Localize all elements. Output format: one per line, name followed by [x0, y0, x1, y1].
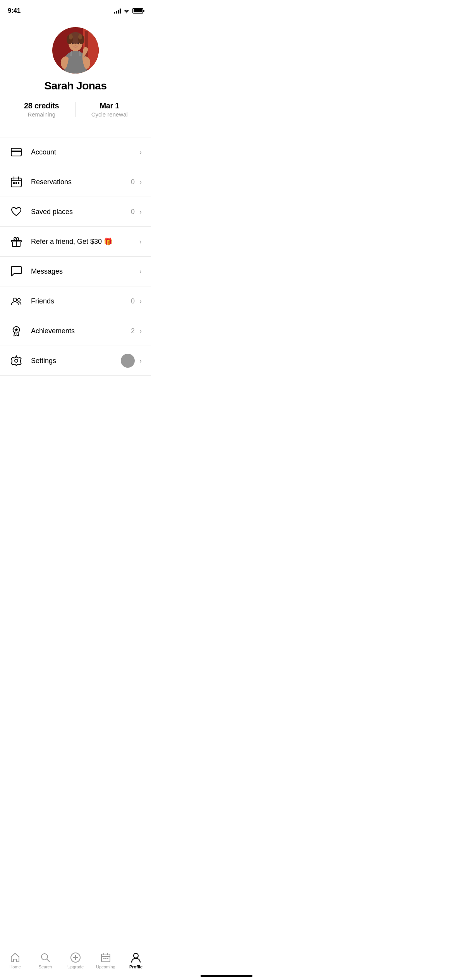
status-icons: [114, 8, 143, 14]
menu-achievements-label: Achievements: [31, 327, 129, 335]
settings-indicator: [121, 354, 135, 368]
renewal-date: Mar 1: [100, 101, 119, 110]
friends-badge: 0: [131, 297, 135, 305]
chevron-right-icon: ›: [139, 208, 142, 216]
svg-rect-15: [11, 151, 21, 152]
chevron-right-icon: ›: [139, 238, 142, 246]
chevron-right-icon: ›: [139, 357, 142, 365]
calendar-icon: [9, 175, 23, 189]
svg-rect-20: [13, 182, 15, 184]
svg-point-12: [77, 43, 79, 45]
menu-item-reservations[interactable]: Reservations 0 ›: [0, 167, 151, 197]
menu-item-refer[interactable]: Refer a friend, Get $30 🎁 ›: [0, 227, 151, 257]
heart-icon: [9, 205, 23, 219]
gift-icon: [9, 235, 23, 248]
chevron-right-icon: ›: [139, 327, 142, 335]
menu-friends-label: Friends: [31, 297, 129, 305]
chevron-right-icon: ›: [139, 267, 142, 276]
menu-item-achievements[interactable]: Achievements 2 ›: [0, 316, 151, 346]
svg-point-26: [13, 298, 17, 302]
svg-point-8: [69, 34, 73, 39]
credits-label: Remaining: [27, 111, 55, 118]
chevron-right-icon: ›: [139, 148, 142, 156]
menu-refer-label: Refer a friend, Get $30 🎁: [31, 237, 135, 246]
signal-icon: [114, 8, 121, 14]
stats-divider: [76, 102, 76, 117]
menu-account-label: Account: [31, 148, 135, 156]
menu-item-messages[interactable]: Messages ›: [0, 257, 151, 286]
battery-icon: [132, 8, 143, 14]
friends-icon: [9, 294, 23, 308]
chevron-right-icon: ›: [139, 178, 142, 186]
menu-saved-label: Saved places: [31, 208, 129, 216]
renewal-label: Cycle renewal: [91, 111, 128, 118]
svg-point-27: [18, 298, 21, 301]
menu-item-saved-places[interactable]: Saved places 0 ›: [0, 197, 151, 227]
saved-badge: 0: [131, 208, 135, 216]
credits-value: 28 credits: [24, 101, 59, 110]
badge-icon: [9, 324, 23, 338]
menu-item-settings[interactable]: Settings ›: [0, 346, 151, 376]
stats-row: 28 credits Remaining Mar 1 Cycle renewal: [0, 101, 151, 118]
wifi-icon: [123, 8, 130, 14]
renewal-stat: Mar 1 Cycle renewal: [84, 101, 136, 118]
status-bar: 9:41: [0, 0, 151, 19]
menu-reservations-label: Reservations: [31, 178, 129, 186]
menu-item-friends[interactable]: Friends 0 ›: [0, 286, 151, 316]
svg-point-29: [15, 359, 18, 362]
svg-point-13: [75, 45, 77, 46]
svg-rect-21: [15, 182, 17, 184]
svg-point-9: [78, 34, 82, 39]
status-time: 9:41: [8, 7, 21, 15]
profile-name: Sarah Jonas: [44, 80, 106, 92]
card-icon: [9, 145, 23, 159]
credits-stat: 28 credits Remaining: [15, 101, 68, 118]
svg-point-10: [72, 33, 79, 37]
gear-icon: [9, 354, 23, 368]
chat-icon: [9, 264, 23, 278]
menu-settings-label: Settings: [31, 357, 121, 365]
profile-header: Sarah Jonas 28 credits Remaining Mar 1 C…: [0, 19, 151, 129]
menu-list: Account › Reservations 0 ›: [0, 137, 151, 376]
chevron-right-icon: ›: [139, 297, 142, 305]
reservations-badge: 0: [131, 178, 135, 186]
svg-point-11: [72, 43, 74, 45]
avatar: [52, 27, 99, 74]
settings-extra: [121, 354, 135, 368]
menu-item-account[interactable]: Account ›: [0, 137, 151, 167]
svg-rect-22: [18, 182, 19, 184]
achievements-badge: 2: [131, 327, 135, 335]
menu-messages-label: Messages: [31, 267, 135, 276]
